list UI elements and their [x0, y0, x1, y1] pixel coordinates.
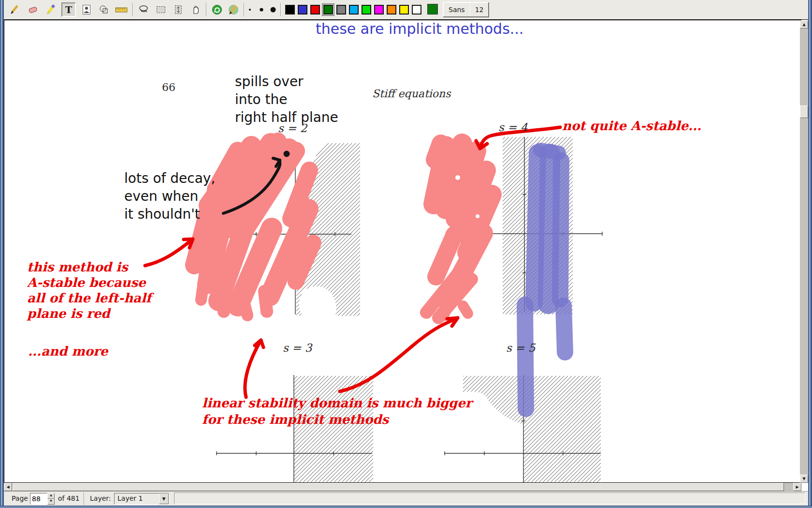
shapes-icon — [99, 4, 110, 15]
page-label: Page — [12, 494, 28, 502]
window-border-left — [0, 0, 4, 508]
thickness-fine-icon — [246, 6, 253, 13]
thickness-thick-button[interactable] — [268, 2, 278, 17]
pink-scribble-s4[interactable] — [426, 144, 492, 318]
ruler-tool-button[interactable] — [114, 2, 129, 17]
color-swatch-red[interactable] — [310, 5, 320, 15]
vertical-scrollbar[interactable]: ▲ ▼ — [800, 20, 808, 483]
lasso-icon — [138, 4, 149, 15]
spinner-down-icon[interactable]: ▼ — [47, 499, 55, 505]
horizontal-scrollbar[interactable]: ◀ ▶ — [4, 483, 801, 491]
color-swatch-light-blue[interactable] — [349, 5, 359, 15]
current-color-indicator — [427, 4, 438, 15]
scroll-right-button[interactable]: ▶ — [793, 483, 801, 491]
vertical-select-tool-button[interactable] — [171, 2, 186, 17]
pdf-running-header: Stiff equations — [372, 88, 451, 100]
annotation-line: all of the left-half — [27, 290, 151, 306]
horizontal-scroll-thumb[interactable] — [13, 483, 784, 491]
color-swatch-orange[interactable] — [387, 5, 396, 15]
color-swatch-light-green[interactable] — [362, 5, 371, 15]
annotation-line: linear stability domain is much bigger — [202, 395, 472, 411]
thickness-fine-button[interactable] — [245, 2, 255, 17]
text-tool-button[interactable]: T — [61, 2, 76, 17]
statusbar-separator — [84, 493, 85, 505]
annotation-line: even when — [124, 187, 215, 205]
color-swatch-black[interactable] — [285, 5, 295, 15]
color-swatch-white[interactable] — [412, 5, 421, 15]
annotation-not-quite: not quite A-stable... — [562, 118, 701, 134]
pink-scribble-s2[interactable] — [194, 141, 313, 315]
layer-dropdown[interactable]: Layer 1 ▼ — [114, 493, 169, 505]
page-number-spinner[interactable]: ▲ ▼ — [30, 493, 55, 505]
color-swatch-blue[interactable] — [298, 5, 307, 15]
lasso-tool-button[interactable] — [136, 2, 151, 17]
annotation-spills: spills over into the right half plane — [235, 73, 338, 126]
rect-select-tool-button[interactable] — [154, 2, 168, 17]
blue-scribble-s4[interactable] — [525, 150, 565, 409]
spinner-up-icon[interactable]: ▲ — [47, 493, 55, 499]
text-tool-icon: T — [65, 4, 72, 15]
annotation-line: lots of decay, — [124, 169, 215, 187]
pen-recognizer-icon — [227, 4, 240, 15]
status-bar: Page ▲ ▼ of 481 Layer: Layer 1 ▼ — [4, 491, 808, 506]
annotation-and-more: ...and more — [28, 344, 108, 359]
chevron-down-icon[interactable]: ▼ — [159, 493, 169, 504]
toolbar: T — [4, 0, 808, 20]
image-icon — [81, 4, 92, 15]
pen-recognizer-button[interactable] — [226, 2, 241, 17]
annotation-linear-domain: linear stability domain is much bigger f… — [202, 395, 472, 428]
shape-recognizer-button[interactable] — [210, 2, 224, 17]
image-tool-button[interactable] — [79, 2, 94, 17]
spinner-arrows[interactable]: ▲ ▼ — [47, 493, 55, 505]
shape-recognizer-icon — [211, 4, 223, 15]
statusbar-message-field — [174, 493, 805, 504]
toolbar-separator — [206, 3, 207, 16]
window-border-bottom — [0, 506, 812, 508]
annotation-line: plane is red — [27, 306, 151, 321]
hand-icon — [190, 4, 202, 15]
thickness-medium-icon — [258, 6, 265, 13]
annotation-line: this method is — [27, 259, 151, 275]
page-number-input[interactable] — [30, 493, 47, 505]
annotation-decay: lots of decay, even when it shouldn't — [124, 169, 215, 223]
pdf-page-number: 66 — [162, 81, 175, 93]
stability-region-s3 — [294, 376, 373, 483]
eraser-icon — [27, 4, 39, 15]
plot-label-s3: s = 3 — [283, 342, 312, 354]
hand-tool-button[interactable] — [188, 2, 203, 17]
annotation-line: ...and more — [28, 344, 108, 359]
color-swatch-gray[interactable] — [336, 5, 346, 15]
ruler-icon — [115, 4, 128, 15]
plot-label-s5: s = 5 — [506, 342, 535, 354]
layer-dropdown-value[interactable]: Layer 1 — [115, 493, 159, 504]
annotation-line: for these implicit methods — [202, 411, 472, 428]
annotation-line: into the — [235, 90, 338, 108]
color-swatch-yellow[interactable] — [399, 5, 409, 15]
highlighter-tool-button[interactable] — [44, 2, 58, 17]
plot-label-s4: s = 4 — [498, 121, 527, 134]
thickness-medium-button[interactable] — [256, 2, 267, 17]
font-size-label[interactable]: 12 — [470, 3, 489, 16]
page-total-label: of 481 — [58, 494, 80, 502]
font-button[interactable]: Sans 12 — [443, 2, 489, 17]
vertical-scroll-thumb[interactable] — [800, 105, 808, 118]
eraser-tool-button[interactable] — [26, 2, 40, 17]
scroll-down-button[interactable]: ▼ — [800, 475, 808, 483]
shapes-tool-button[interactable] — [97, 2, 112, 17]
annotation-line: not quite A-stable... — [562, 118, 701, 134]
scroll-left-button[interactable]: ◀ — [4, 483, 12, 491]
color-swatch-green[interactable] — [323, 5, 333, 15]
window-border-right — [808, 0, 812, 508]
annotation-title: these are implicit methods... — [316, 20, 523, 37]
scroll-up-button[interactable]: ▲ — [800, 20, 808, 29]
rect-select-icon — [155, 4, 167, 15]
color-swatch-magenta[interactable] — [374, 5, 384, 15]
font-family-label[interactable]: Sans — [444, 3, 470, 16]
thickness-thick-icon — [269, 6, 277, 14]
black-ink-dot[interactable] — [284, 151, 290, 157]
pen-tool-button[interactable] — [8, 2, 22, 17]
annotation-a-stable: this method is A-stable because all of t… — [27, 259, 151, 321]
layer-label: Layer: — [90, 494, 111, 502]
annotation-line: A-stable because — [27, 275, 151, 290]
plot-label-s2: s = 2 — [278, 122, 307, 134]
